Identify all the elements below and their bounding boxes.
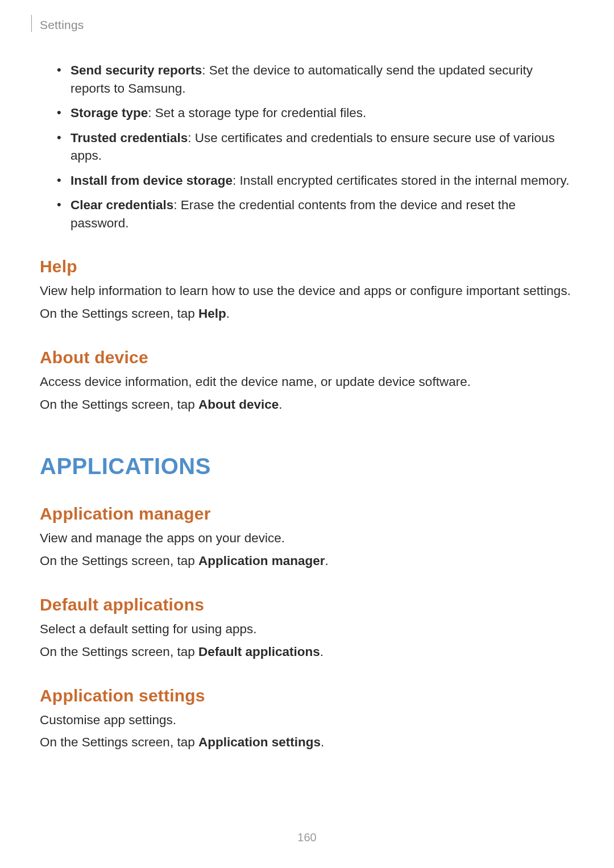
instr-prefix: On the Settings screen, tap — [40, 554, 198, 568]
section-appset-instruction: On the Settings screen, tap Application … — [40, 733, 574, 751]
section-help-body: View help information to learn how to us… — [40, 282, 574, 300]
bullet-desc: : Install encrypted certificates stored … — [233, 173, 569, 188]
instr-bold: Application manager — [198, 554, 325, 568]
section-appmgr-instruction: On the Settings screen, tap Application … — [40, 552, 574, 570]
instr-bold: Application settings — [198, 735, 321, 749]
bullet-item: Install from device storage: Install enc… — [57, 172, 574, 190]
bullet-desc: : Set a storage type for credential file… — [148, 106, 366, 120]
section-appset-title: Application settings — [40, 686, 574, 705]
section-defapps-body: Select a default setting for using apps. — [40, 620, 574, 638]
bullet-term: Install from device storage — [70, 173, 233, 188]
section-help-title: Help — [40, 257, 574, 276]
bullet-item: Send security reports: Set the device to… — [57, 61, 574, 97]
bullet-item: Clear credentials: Erase the credential … — [57, 196, 574, 232]
section-appmgr-body: View and manage the apps on your device. — [40, 529, 574, 547]
section-defapps-title: Default applications — [40, 595, 574, 614]
section-appmgr-title: Application manager — [40, 504, 574, 524]
content: Send security reports: Set the device to… — [40, 61, 574, 751]
bullet-term: Storage type — [70, 106, 148, 120]
section-appset-body: Customise app settings. — [40, 711, 574, 729]
instr-bold: Default applications — [198, 645, 320, 659]
section-about-title: About device — [40, 348, 574, 367]
header-label: Settings — [40, 18, 84, 32]
instr-bold: About device — [198, 397, 279, 412]
chapter-title: APPLICATIONS — [40, 454, 574, 479]
section-help-instruction: On the Settings screen, tap Help. — [40, 305, 574, 323]
instr-bold: Help — [198, 306, 226, 321]
bullet-term: Clear credentials — [70, 198, 173, 212]
instr-suffix: . — [320, 645, 323, 659]
header-rule — [31, 15, 32, 32]
bullet-term: Trusted credentials — [70, 131, 188, 145]
instr-suffix: . — [279, 397, 282, 412]
instr-suffix: . — [325, 554, 328, 568]
instr-prefix: On the Settings screen, tap — [40, 735, 198, 749]
instr-suffix: . — [321, 735, 324, 749]
section-about-instruction: On the Settings screen, tap About device… — [40, 396, 574, 414]
section-defapps-instruction: On the Settings screen, tap Default appl… — [40, 643, 574, 661]
instr-prefix: On the Settings screen, tap — [40, 397, 198, 412]
bullet-item: Storage type: Set a storage type for cre… — [57, 104, 574, 122]
bullet-term: Send security reports — [70, 63, 202, 77]
instr-prefix: On the Settings screen, tap — [40, 645, 198, 659]
bullet-list: Send security reports: Set the device to… — [40, 61, 574, 232]
instr-suffix: . — [226, 306, 230, 321]
page-number: 160 — [0, 831, 614, 844]
bullet-item: Trusted credentials: Use certificates an… — [57, 129, 574, 165]
instr-prefix: On the Settings screen, tap — [40, 306, 198, 321]
page: Settings Send security reports: Set the … — [0, 0, 614, 868]
section-about-body: Access device information, edit the devi… — [40, 373, 574, 391]
